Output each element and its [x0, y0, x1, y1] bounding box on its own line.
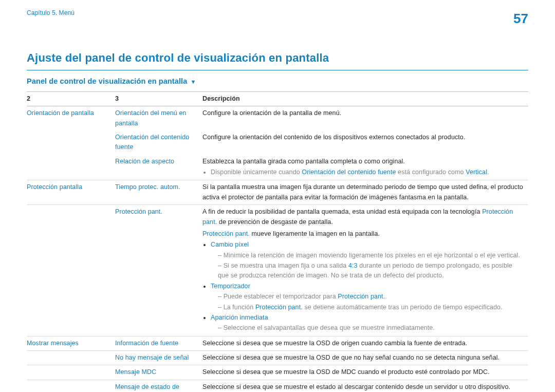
table-header-row: 2 3 Descripción — [27, 91, 528, 106]
chevron-down-icon: ▼ — [190, 78, 196, 86]
desc-text: Configure la orientación del contenido d… — [202, 130, 528, 155]
bullet-item: Cambio píxel Minimice la retención de im… — [211, 240, 524, 281]
sub-item: La función Protección pant. se detiene a… — [218, 303, 524, 312]
note-text: Disponible únicamente cuando Orientación… — [211, 167, 524, 177]
desc-cell: Establezca la pantalla girada como panta… — [202, 155, 528, 180]
sub-item: Puede establecer el temporizador para Pr… — [218, 292, 524, 302]
menu-level2: Mensaje MDC — [115, 368, 156, 376]
desc-text: Establezca la pantalla girada como panta… — [202, 157, 524, 166]
desc-cell: A fin de reducir la posibilidad de panta… — [202, 205, 528, 337]
menu-level2: Tiempo protec. autom. — [115, 183, 180, 191]
settings-table: 2 3 Descripción Orientación de pantalla … — [27, 91, 528, 392]
page-number: 57 — [513, 8, 528, 29]
sub-item: Seleccione el salvapantallas que desea q… — [218, 323, 524, 333]
menu-level2: Orientación del contenido fuente — [115, 134, 189, 151]
desc-text: Seleccione si desea que se muestre la OS… — [202, 365, 528, 380]
desc-text: Si la pantalla muestra una imagen fija d… — [202, 180, 528, 205]
menu-level2: Protección pant. — [115, 208, 162, 215]
sub-item: Si se muestra una imagen fija o una sali… — [218, 261, 524, 281]
page-title: Ajuste del panel de control de visualiza… — [27, 49, 528, 70]
menu-level2: No hay mensaje de señal — [115, 354, 189, 361]
section-heading-text: Panel de control de visualización en pan… — [27, 77, 187, 85]
table-row: Orientación del contenido fuente Configu… — [27, 130, 528, 155]
table-row: No hay mensaje de señal Seleccione si de… — [27, 351, 528, 365]
desc-text: Configure la orientación de la pantalla … — [202, 106, 528, 130]
chapter-label: Capítulo 5. Menú — [27, 8, 75, 18]
desc-text: Seleccione si desea que se muestre la OS… — [202, 336, 528, 350]
table-row: Mensaje MDC Seleccione si desea que se m… — [27, 365, 528, 380]
table-row: Protección pant. A fin de reducir la pos… — [27, 205, 528, 337]
section-heading: Panel de control de visualización en pan… — [27, 76, 528, 87]
menu-level2: Mensaje de estado de descarga — [115, 383, 179, 392]
menu-level1: Mostrar mensajes — [27, 340, 79, 347]
page-header-row: Capítulo 5. Menú 57 — [27, 8, 528, 29]
desc-text: Seleccione si desea que se muestre la OS… — [202, 351, 528, 365]
menu-level1: Protección pantalla — [27, 183, 82, 191]
table-row: Mensaje de estado de descarga Seleccione… — [27, 380, 528, 392]
desc-text: Seleccione si desea que se muestre el es… — [202, 380, 528, 392]
page: Capítulo 5. Menú 57 Ajuste del panel de … — [0, 0, 555, 392]
table-row: Relación de aspecto Establezca la pantal… — [27, 155, 528, 180]
menu-level1: Orientación de pantalla — [27, 109, 94, 117]
table-row: Mostrar mensajes Información de fuente S… — [27, 336, 528, 350]
bullet-item: Aparición inmediata Seleccione el salvap… — [211, 313, 524, 333]
bullet-item: Temporizador Puede establecer el tempori… — [211, 282, 524, 312]
desc-para: Protección pant. mueve ligeramente la im… — [202, 229, 524, 239]
col-header-2: 2 — [27, 91, 115, 106]
table-row: Orientación de pantalla Orientación del … — [27, 106, 528, 130]
menu-level2: Relación de aspecto — [115, 158, 174, 165]
col-header-3: 3 — [115, 91, 202, 106]
table-row: Protección pantalla Tiempo protec. autom… — [27, 180, 528, 205]
col-header-desc: Descripción — [202, 91, 528, 106]
sub-item: Minimice la retención de imagen moviendo… — [218, 251, 524, 260]
menu-level2: Información de fuente — [115, 340, 178, 347]
desc-para: A fin de reducir la posibilidad de panta… — [202, 207, 524, 227]
menu-level2: Orientación del menú en pantalla — [115, 109, 187, 126]
